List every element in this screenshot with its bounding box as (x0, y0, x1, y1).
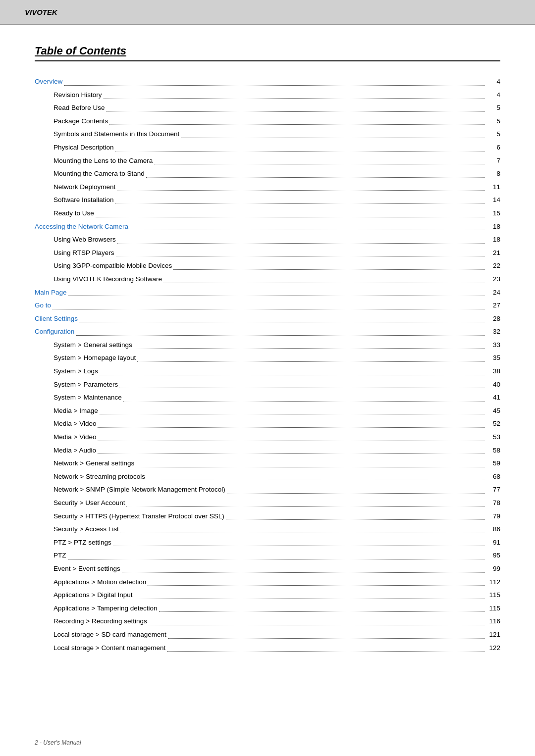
logo: VIVOTEK (25, 8, 57, 16)
toc-row[interactable]: Applications > Digital Input115 (35, 590, 500, 601)
toc-label[interactable]: Accessing the Network Camera (35, 221, 128, 232)
toc-label: Media > Video (35, 432, 96, 443)
toc-dots (115, 151, 485, 151)
toc-dots (126, 506, 485, 507)
toc-label: Using Web Browsers (35, 234, 116, 245)
toc-row[interactable]: Overview4 (35, 76, 500, 87)
toc-page: 86 (486, 524, 500, 535)
toc-row[interactable]: Network Deployment11 (35, 182, 500, 193)
toc-row[interactable]: Go to27 (35, 300, 500, 311)
toc-label: Media > Video (35, 418, 96, 429)
toc-row[interactable]: Accessing the Network Camera18 (35, 221, 500, 232)
toc-row[interactable]: Software Installation14 (35, 195, 500, 205)
toc-label: Mounting the Camera to Stand (35, 168, 145, 179)
toc-row[interactable]: Using 3GPP-compatible Mobile Devices22 (35, 260, 500, 271)
toc-label: Ready to Use (35, 208, 94, 219)
toc-dots (136, 467, 485, 467)
toc-page: 6 (486, 142, 500, 153)
toc-page: 18 (486, 234, 500, 245)
toc-label: Recording > Recording settings (35, 616, 147, 627)
toc-label: Package Contents (35, 116, 108, 127)
toc-row[interactable]: System > Homepage layout35 (35, 353, 500, 363)
toc-row[interactable]: Local storage > SD card management121 (35, 629, 500, 640)
toc-page: 8 (486, 168, 500, 179)
toc-row[interactable]: Applications > Motion detection112 (35, 577, 500, 588)
toc-row[interactable]: Package Contents5 (35, 116, 500, 127)
toc-dots (181, 138, 485, 138)
toc-dots (159, 611, 485, 612)
toc-page: 115 (486, 590, 500, 601)
toc-label: System > General settings (35, 340, 132, 351)
toc-row[interactable]: System > General settings33 (35, 340, 500, 351)
toc-row[interactable]: Security > Access List86 (35, 524, 500, 535)
toc-page: 52 (486, 418, 500, 429)
toc-row[interactable]: Applications > Tampering detection115 (35, 603, 500, 614)
toc-row[interactable]: Media > Image45 (35, 405, 500, 416)
toc-row[interactable]: Read Before Use5 (35, 102, 500, 113)
toc-dots (116, 256, 485, 256)
toc-label: Media > Image (35, 405, 98, 416)
toc-dots (154, 164, 485, 164)
toc-row[interactable]: Network > General settings59 (35, 458, 500, 469)
toc-row[interactable]: Using RTSP Players21 (35, 248, 500, 258)
toc-row[interactable]: Using Web Browsers18 (35, 234, 500, 245)
toc-label[interactable]: Client Settings (35, 313, 78, 324)
toc-label: Local storage > Content management (35, 643, 165, 654)
toc-row[interactable]: Recording > Recording settings116 (35, 616, 500, 627)
toc-label[interactable]: Main Page (35, 287, 67, 298)
toc-label[interactable]: Overview (35, 76, 62, 87)
toc-label: PTZ > PTZ settings (35, 537, 111, 548)
toc-label: Applications > Tampering detection (35, 603, 158, 614)
page-content: Table of Contents Overview4Revision Hist… (0, 25, 535, 685)
toc-row[interactable]: Local storage > Content management122 (35, 643, 500, 654)
toc-row[interactable]: PTZ95 (35, 550, 500, 561)
toc-label: Read Before Use (35, 102, 105, 113)
toc-row[interactable]: Event > Event settings99 (35, 563, 500, 574)
toc-row[interactable]: PTZ > PTZ settings91 (35, 537, 500, 548)
toc-label: System > Parameters (35, 379, 118, 390)
toc-page: 58 (486, 445, 500, 456)
toc-row[interactable]: Configuration32 (35, 326, 500, 337)
toc-dots (137, 361, 485, 362)
toc-page: 77 (486, 484, 500, 495)
toc-dots (98, 427, 485, 428)
toc-row[interactable]: Physical Description6 (35, 142, 500, 153)
toc-row[interactable]: System > Logs38 (35, 366, 500, 377)
toc-row[interactable]: Media > Video52 (35, 418, 500, 429)
toc-dots (68, 559, 485, 559)
toc-row[interactable]: Media > Video53 (35, 432, 500, 443)
toc-page: 4 (486, 76, 500, 87)
toc-label[interactable]: Go to (35, 300, 51, 311)
toc-row[interactable]: Mounting the Camera to Stand8 (35, 168, 500, 179)
toc-dots (115, 203, 485, 204)
toc-label: System > Homepage layout (35, 353, 136, 363)
toc-row[interactable]: System > Parameters40 (35, 379, 500, 390)
toc-row[interactable]: Ready to Use15 (35, 208, 500, 219)
toc-page: 5 (486, 102, 500, 113)
toc-row[interactable]: Client Settings28 (35, 313, 500, 324)
toc-row[interactable]: Media > Audio58 (35, 445, 500, 456)
toc-dots (134, 348, 485, 349)
toc-label: Media > Audio (35, 445, 96, 456)
toc-row[interactable]: System > Maintenance41 (35, 392, 500, 403)
toc-label[interactable]: Configuration (35, 326, 74, 337)
toc-dots (134, 599, 485, 599)
toc-row[interactable]: Network > Streaming protocols68 (35, 471, 500, 482)
toc-row[interactable]: Security > HTTPS (Hypertext Transfer Pro… (35, 511, 500, 522)
toc-row[interactable]: Network > SNMP (Simple Network Managemen… (35, 484, 500, 495)
toc-row[interactable]: Main Page24 (35, 287, 500, 298)
toc-dots (113, 546, 485, 546)
toc-dots (104, 98, 485, 99)
toc-label: Mounting the Lens to the Camera (35, 155, 153, 166)
toc-row[interactable]: Revision History4 (35, 90, 500, 101)
toc-dots (146, 177, 485, 178)
toc-page: 32 (486, 326, 500, 337)
toc-dots (76, 335, 485, 336)
toc-row[interactable]: Symbols and Statements in this Document5 (35, 129, 500, 140)
toc-row[interactable]: Mounting the Lens to the Camera7 (35, 155, 500, 166)
toc-page: 40 (486, 379, 500, 390)
toc-dots (100, 375, 485, 375)
toc-row[interactable]: Using VIVOTEK Recording Software23 (35, 274, 500, 285)
toc-label: Event > Event settings (35, 563, 120, 574)
toc-row[interactable]: Security > User Account78 (35, 498, 500, 508)
